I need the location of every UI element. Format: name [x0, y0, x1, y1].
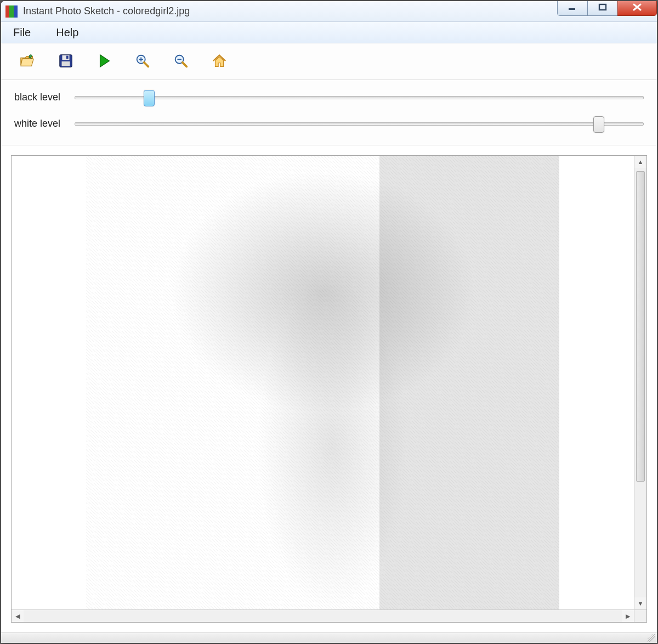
app-icon [5, 5, 18, 18]
vscroll-thumb[interactable] [636, 171, 645, 482]
horizontal-scrollbar[interactable]: ◀ ▶ [12, 609, 646, 622]
menu-help[interactable]: Help [52, 25, 83, 41]
svg-rect-4 [66, 55, 69, 59]
canvas-wrap: ▲ ▼ ◀ ▶ [11, 155, 647, 623]
close-button[interactable] [617, 1, 657, 16]
zoom-in-button[interactable] [133, 52, 152, 71]
scroll-down-button[interactable]: ▼ [634, 597, 646, 609]
slider-label-white: white level [14, 118, 75, 129]
slider-black-level: black level [14, 90, 644, 104]
slider-white-level: white level [14, 116, 644, 131]
scroll-up-button[interactable]: ▲ [634, 156, 646, 168]
hscroll-track[interactable] [24, 610, 622, 622]
vscroll-track[interactable] [634, 168, 646, 597]
titlebar: Instant Photo Sketch - coloredgirl2.jpg [1, 1, 657, 22]
svg-rect-0 [569, 8, 575, 10]
zoom-out-icon [173, 53, 189, 71]
resize-grip[interactable] [648, 634, 655, 642]
menu-file[interactable]: File [9, 25, 35, 41]
toolbar [1, 43, 657, 80]
svg-line-9 [183, 62, 187, 66]
menubar: File Help [1, 22, 657, 43]
floppy-disk-icon [58, 53, 74, 71]
sketch-image [86, 156, 559, 609]
scroll-corner [634, 610, 646, 622]
svg-rect-5 [62, 61, 70, 65]
canvas-view: ▲ ▼ [12, 156, 646, 609]
save-button[interactable] [56, 52, 76, 71]
minimize-button[interactable] [557, 1, 588, 16]
slider-track-white[interactable] [75, 116, 644, 131]
slider-label-black: black level [14, 92, 75, 103]
slider-thumb-black[interactable] [144, 90, 155, 106]
maximize-icon [598, 3, 608, 13]
maximize-button[interactable] [587, 1, 618, 16]
vertical-scrollbar[interactable]: ▲ ▼ [634, 156, 646, 609]
sliders-panel: black level white level [1, 80, 657, 145]
statusbar [1, 632, 657, 643]
folder-open-icon [19, 53, 36, 71]
home-button[interactable] [209, 52, 229, 71]
svg-rect-1 [599, 4, 606, 10]
slider-rail [75, 96, 644, 99]
content-area: ▲ ▼ ◀ ▶ [1, 145, 657, 632]
window-title: Instant Photo Sketch - coloredgirl2.jpg [23, 5, 190, 17]
zoom-out-button[interactable] [171, 52, 191, 71]
slider-track-black[interactable] [75, 90, 644, 104]
window-controls [558, 1, 657, 21]
play-icon [96, 53, 112, 71]
slider-rail [75, 122, 644, 126]
image-viewport[interactable] [12, 156, 634, 609]
minimize-icon [568, 3, 577, 13]
open-button[interactable] [18, 52, 37, 71]
scroll-right-button[interactable]: ▶ [622, 610, 634, 622]
home-icon [211, 53, 228, 71]
slider-thumb-white[interactable] [593, 116, 604, 133]
scroll-left-button[interactable]: ◀ [12, 610, 24, 622]
close-icon [632, 3, 643, 13]
zoom-in-icon [134, 53, 151, 71]
svg-line-7 [144, 62, 149, 66]
run-button[interactable] [94, 52, 114, 71]
